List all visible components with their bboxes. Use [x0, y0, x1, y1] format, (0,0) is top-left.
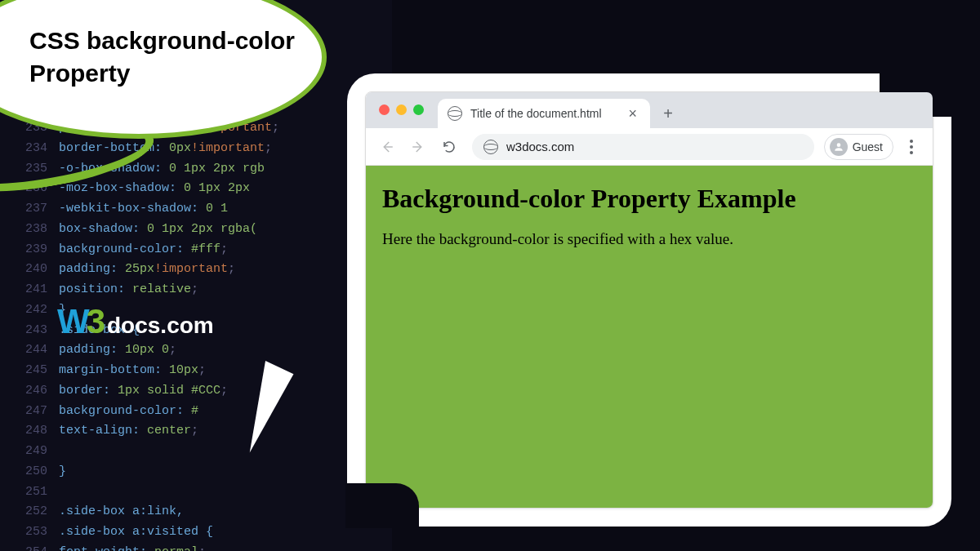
code-line: 248text-align: center; — [8, 421, 392, 442]
code-line: 241position: relative; — [8, 280, 392, 300]
code-line: 245margin-bottom: 10px; — [8, 361, 392, 381]
profile-label: Guest — [853, 140, 883, 153]
window-maximize-button[interactable] — [413, 104, 424, 115]
code-line: 252.side-box a:link, — [8, 502, 392, 522]
reload-icon — [442, 140, 457, 154]
code-line: 253.side-box a:visited { — [8, 522, 392, 543]
arrow-left-icon — [380, 140, 394, 154]
close-icon[interactable]: × — [625, 105, 640, 122]
logo-w: W — [57, 302, 88, 341]
window-controls — [379, 104, 424, 115]
new-tab-button[interactable]: + — [657, 102, 679, 125]
forward-button[interactable] — [405, 134, 431, 160]
code-line: 249 — [8, 442, 392, 462]
code-line: 247background-color: # — [8, 402, 392, 422]
browser-window: Title of the document.html × + w3docs.co… — [365, 91, 933, 509]
code-line: 251 — [8, 482, 392, 503]
url-text: w3docs.com — [506, 140, 574, 153]
code-line: 254font-weight: normal; — [8, 543, 392, 551]
code-line: 239background-color: #fff; — [8, 240, 392, 260]
logo-text: docs.com — [107, 313, 214, 339]
plus-icon: + — [663, 104, 673, 123]
code-line: 237-webkit-box-shadow: 0 1 — [8, 199, 392, 220]
address-bar[interactable]: w3docs.com — [472, 134, 814, 160]
window-minimize-button[interactable] — [396, 104, 407, 115]
browser-tab[interactable]: Title of the document.html × — [438, 99, 650, 128]
globe-icon — [483, 140, 498, 154]
example-paragraph: Here the background-color is specified w… — [382, 230, 916, 248]
card-notch-decoration — [345, 483, 419, 528]
browser-menu-button[interactable] — [898, 134, 924, 160]
globe-icon — [448, 106, 462, 121]
window-close-button[interactable] — [379, 104, 390, 115]
code-line: 246border: 1px solid #CCC; — [8, 381, 392, 402]
example-heading: Background-color Property Example — [382, 184, 916, 214]
browser-window-card: Title of the document.html × + w3docs.co… — [347, 73, 951, 527]
arrow-right-icon — [411, 140, 425, 154]
avatar-icon — [830, 138, 848, 156]
page-viewport: Background-color Property Example Here t… — [366, 166, 933, 508]
logo-3: 3 — [87, 302, 105, 341]
reload-button[interactable] — [436, 134, 462, 160]
browser-tabbar: Title of the document.html × + — [366, 92, 933, 128]
kebab-icon — [910, 140, 913, 154]
tab-title: Title of the document.html — [470, 107, 617, 120]
profile-button[interactable]: Guest — [824, 134, 893, 160]
code-line: 238box-shadow: 0 1px 2px rgba( — [8, 220, 392, 240]
w3docs-logo: W 3 docs.com — [57, 302, 214, 341]
back-button[interactable] — [374, 134, 400, 160]
page-title: CSS background-color Property — [29, 24, 322, 91]
code-line: 250} — [8, 462, 392, 482]
code-line: 240padding: 25px!important; — [8, 260, 392, 280]
code-line: 244padding: 10px 0; — [8, 340, 392, 361]
browser-toolbar: w3docs.com Guest — [366, 128, 933, 166]
